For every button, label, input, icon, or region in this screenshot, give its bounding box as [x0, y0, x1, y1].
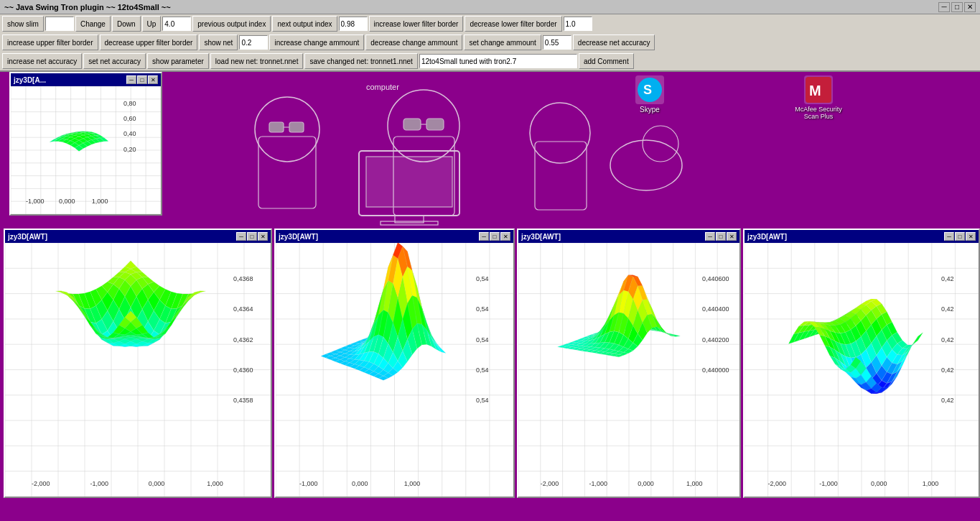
up-value-input[interactable]	[162, 17, 191, 31]
3d-win1-close[interactable]: ✕	[258, 232, 268, 241]
3d-plot-4	[745, 243, 979, 497]
lower-value-input[interactable]	[564, 17, 592, 31]
3d-win2-content	[276, 243, 513, 497]
save-net-button[interactable]: save changed net: tronnet1.nnet	[304, 53, 417, 69]
3d-win2-minimize[interactable]: ─	[479, 232, 489, 241]
skype-desktop-icon[interactable]: S Skype	[625, 75, 675, 114]
3d-win4-content	[745, 243, 979, 497]
decrease-accuracy-button[interactable]: decrease net accuracy	[573, 34, 655, 50]
3d-win1-minimize[interactable]: ─	[236, 232, 246, 241]
title-bar: ~~ Java Swing Tron plugin ~~ 12to4Small …	[0, 0, 980, 14]
decrease-lower-button[interactable]: decrease lower filter border	[465, 16, 561, 32]
increase-lower-button[interactable]: increase lower filter border	[369, 16, 464, 32]
desktop: computer S Skype M McAfee Security Scan …	[0, 72, 980, 507]
3d-win3-content	[518, 243, 739, 497]
small-3d-window: jzy3D[A... ─ □ ✕	[9, 72, 162, 216]
3d-win4-title: jzy3D[AWT]	[747, 233, 787, 241]
3d-plot-1	[5, 243, 271, 497]
show-parameter-button[interactable]: show parameter	[147, 53, 209, 69]
mcafee-desktop-icon[interactable]: M McAfee Security Scan Plus	[790, 75, 847, 120]
app-title: ~~ Java Swing Tron plugin ~~ 12to4Small …	[4, 3, 937, 11]
3d-win2-maximize[interactable]: □	[490, 232, 500, 241]
small-3d-content	[11, 86, 161, 214]
load-net-button[interactable]: load new net: tronnet.nnet	[210, 53, 304, 69]
decrease-change-button[interactable]: decrease change ammount	[365, 34, 462, 50]
mcafee-label: McAfee Security Scan Plus	[790, 106, 847, 120]
toolbar-row-1: show slim Change Down Up previous output…	[0, 14, 980, 33]
show-net-button[interactable]: show net	[199, 34, 238, 50]
3d-win3-close[interactable]: ✕	[727, 232, 737, 241]
3d-win4-close[interactable]: ✕	[966, 232, 976, 241]
3d-win3-minimize[interactable]: ─	[705, 232, 715, 241]
minimize-button[interactable]: ─	[938, 2, 950, 12]
change-button[interactable]: Change	[75, 16, 111, 32]
prev-output-button[interactable]: previous output index	[192, 16, 271, 32]
small-3d-title: jzy3D[A...	[14, 76, 46, 84]
small-3d-titlebar: jzy3D[A... ─ □ ✕	[11, 73, 161, 86]
close-button[interactable]: ✕	[964, 2, 976, 12]
3d-win1-controls: ─ □ ✕	[236, 232, 268, 241]
up-button[interactable]: Up	[142, 16, 162, 32]
3d-win1-content	[5, 243, 271, 497]
change-value-input[interactable]	[543, 35, 571, 50]
3d-win4-minimize[interactable]: ─	[944, 232, 954, 241]
toolbar-row-2: increase upper filter border decrease up…	[0, 33, 980, 52]
3d-win1-maximize[interactable]: □	[247, 232, 257, 241]
svg-rect-8	[403, 119, 421, 130]
small-3d-plot	[11, 86, 161, 214]
3d-win2-controls: ─ □ ✕	[479, 232, 510, 241]
net-name-input[interactable]	[419, 54, 577, 68]
small-3d-minimize[interactable]: ─	[126, 75, 136, 84]
3d-win4-titlebar: jzy3D[AWT] ─ □ ✕	[745, 230, 979, 243]
3d-win1-title: jzy3D[AWT]	[8, 233, 47, 241]
svg-rect-9	[426, 119, 444, 130]
svg-text:M: M	[809, 83, 821, 98]
svg-text:S: S	[643, 83, 652, 97]
slim-input[interactable]	[45, 17, 74, 31]
3d-window-4: jzy3D[AWT] ─ □ ✕	[743, 229, 980, 498]
3d-win3-maximize[interactable]: □	[716, 232, 726, 241]
small-3d-close[interactable]: ✕	[148, 75, 158, 84]
toolbar-row-3: increase net accuracy set net accuracy s…	[0, 52, 980, 70]
3d-plot-2	[276, 243, 513, 497]
3d-win2-title: jzy3D[AWT]	[279, 233, 318, 241]
next-value-input[interactable]	[339, 17, 368, 31]
3d-window-3: jzy3D[AWT] ─ □ ✕	[517, 229, 741, 498]
3d-win1-titlebar: jzy3D[AWT] ─ □ ✕	[5, 230, 271, 243]
svg-rect-16	[366, 157, 452, 207]
maximize-button[interactable]: □	[951, 2, 963, 12]
increase-accuracy-button[interactable]: increase net accuracy	[2, 53, 82, 69]
small-3d-maximize[interactable]: □	[137, 75, 147, 84]
3d-win4-controls: ─ □ ✕	[944, 232, 976, 241]
3d-window-1: jzy3D[AWT] ─ □ ✕	[4, 229, 272, 498]
svg-rect-3	[269, 122, 284, 132]
net-value-input[interactable]	[239, 35, 268, 50]
3d-win3-title: jzy3D[AWT]	[521, 233, 561, 241]
increase-change-button[interactable]: increase change ammount	[269, 34, 364, 50]
mcafee-icon: M	[804, 75, 833, 104]
wallpaper-art: computer	[144, 72, 704, 230]
show-slim-button[interactable]: show slim	[2, 16, 44, 32]
add-comment-button[interactable]: add Comment	[579, 53, 634, 69]
down-button[interactable]: Down	[112, 16, 141, 32]
3d-window-2: jzy3D[AWT] ─ □ ✕	[274, 229, 515, 498]
3d-win3-controls: ─ □ ✕	[705, 232, 737, 241]
3d-win2-close[interactable]: ✕	[500, 232, 510, 241]
svg-text:computer: computer	[366, 83, 399, 91]
3d-win2-titlebar: jzy3D[AWT] ─ □ ✕	[276, 230, 513, 243]
increase-upper-button[interactable]: increase upper filter border	[2, 34, 98, 50]
set-accuracy-button[interactable]: set net accuracy	[83, 53, 146, 69]
toolbar: show slim Change Down Up previous output…	[0, 14, 980, 72]
skype-icon: S	[635, 75, 664, 104]
skype-label: Skype	[640, 106, 660, 114]
small-3d-controls: ─ □ ✕	[126, 75, 158, 84]
set-change-button[interactable]: set change ammount	[464, 34, 541, 50]
decrease-upper-button[interactable]: decrease upper filter border	[100, 34, 198, 50]
next-output-button[interactable]: next output index	[272, 16, 337, 32]
3d-plot-3	[518, 243, 739, 497]
svg-rect-4	[289, 122, 304, 132]
3d-win3-titlebar: jzy3D[AWT] ─ □ ✕	[518, 230, 739, 243]
3d-win4-maximize[interactable]: □	[955, 232, 965, 241]
